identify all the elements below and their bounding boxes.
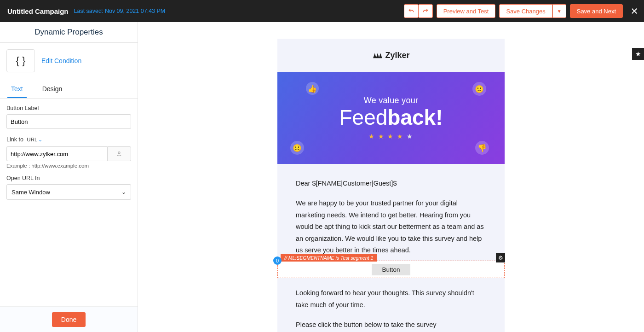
gear-icon: ⚙ [498,255,503,261]
svg-point-0 [118,152,120,154]
undo-icon [408,8,414,14]
redo-icon [422,8,429,14]
undo-button[interactable] [404,4,419,18]
segment-tag: // ML:SEGMENTNAME is Test segment 1 [281,254,377,262]
save-changes-split: Save Changes ▼ [499,4,566,18]
paragraph-3: Please click the button below to take th… [296,319,486,331]
open-url-label: Open URL In [6,175,131,181]
preview-test-button[interactable]: Preview and Test [437,4,496,18]
hero-banner: 👍 🙂 ☹️ 👎 We value your Feedback! ★ ★ ★ ★… [277,72,505,164]
smile-icon: 🙂 [472,82,486,96]
person-icon [116,151,122,157]
thumbs-down-icon: 👎 [475,141,489,155]
email-body: Dear $[FNAME|Customer|Guest]$ We are hap… [277,164,505,256]
text-panel: Button Label Link to URL⌄ Example : http… [0,99,138,306]
sad-icon: ☹️ [290,141,304,155]
brand-name: Zylker [385,51,409,60]
caret-down-icon: ▼ [557,9,562,14]
url-merge-button[interactable] [107,146,131,161]
button-label-label: Button Label [6,105,131,111]
save-changes-button[interactable]: Save Changes [499,4,552,18]
button-label-input[interactable] [6,114,131,129]
hero-big: Feedback! [339,106,443,128]
email-body-2: Looking forward to hear your thoughts. T… [277,278,505,331]
link-to-type[interactable]: URL [27,137,37,142]
condition-row: { } Edit Condition [0,43,138,79]
greeting: Dear $[FNAME|Customer|Guest]$ [296,178,486,189]
close-button[interactable] [630,7,638,15]
stars-row: ★ ★ ★ ★ ★ [368,133,414,140]
url-example: Example : http://www.example.com [6,163,131,169]
cta-button[interactable]: Button [372,264,410,275]
campaign-title: Untitled Campaign [7,7,69,15]
properties-sidebar: Dynamic Properties { } Edit Condition Te… [0,22,138,332]
tab-design[interactable]: Design [39,81,66,98]
main: Dynamic Properties { } Edit Condition Te… [0,22,644,332]
url-input-row [6,146,131,161]
link-to-label: Link to [6,136,23,143]
last-saved-text: Last saved: Nov 09, 2021 07:43 PM [74,8,166,14]
drag-handle-badge[interactable]: 0 [273,256,282,265]
paragraph-2: Looking forward to hear your thoughts. T… [296,287,486,311]
open-url-select[interactable]: Same Window ⌄ [6,184,131,200]
tab-text[interactable]: Text [7,81,27,98]
hero-small: We value your [364,96,419,105]
chevron-down-icon[interactable]: ⌄ [38,137,42,142]
edit-condition-link[interactable]: Edit Condition [41,57,81,64]
dynamic-button-block[interactable]: // ML:SEGMENTNAME is Test segment 1 0 ⚙ … [277,261,505,278]
url-input[interactable] [6,146,107,161]
email-canvas: ★ Zylker 👍 🙂 ☹️ 👎 We value your Feedback… [138,22,644,332]
save-next-button[interactable]: Save and Next [570,4,623,18]
thumbs-up-icon: 👍 [306,82,319,95]
open-url-value: Same Window [12,189,50,196]
paragraph-1: We are happy to be your trusted partner … [296,198,486,256]
close-icon [630,7,638,15]
brand-row: Zylker [277,39,505,72]
save-changes-caret[interactable]: ▼ [552,4,566,18]
block-settings-button[interactable]: ⚙ [496,253,505,262]
property-tabs: Text Design [0,81,138,99]
sidebar-footer: Done [0,306,138,332]
sidebar-header: Dynamic Properties [0,22,138,43]
star-icon: ★ [635,50,641,58]
chevron-down-icon: ⌄ [121,189,126,195]
link-to-row: Link to URL⌄ [6,136,131,143]
done-button[interactable]: Done [52,312,86,327]
brand-logo-icon [372,52,382,59]
topbar: Untitled Campaign Last saved: Nov 09, 20… [0,0,644,22]
braces-icon: { } [6,49,35,72]
email-preview: Zylker 👍 🙂 ☹️ 👎 We value your Feedback! … [277,39,505,332]
redo-button[interactable] [418,4,433,18]
favorites-tab[interactable]: ★ [632,48,644,60]
